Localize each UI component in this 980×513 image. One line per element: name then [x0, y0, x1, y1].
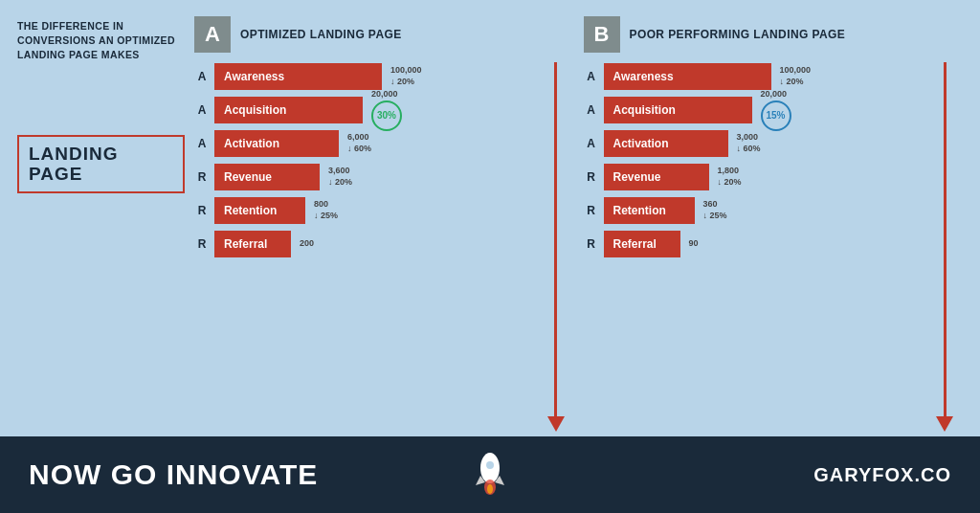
row-stats: 90 — [689, 238, 699, 250]
rocket-icon — [466, 449, 514, 502]
row-bar: Acquisition — [214, 97, 363, 123]
arrow-shaft — [944, 62, 947, 416]
row-bar: Referral — [214, 231, 291, 257]
footer-right-text: GARYFOX.CO — [644, 464, 951, 486]
stat-number: 200 — [300, 238, 314, 250]
row-stats: 3,000 ↓ 60% — [737, 132, 761, 154]
col-a-rows: A Awareness 100,000 ↓ 20% A Acqui — [194, 62, 538, 258]
table-row: R Referral 200 — [194, 230, 538, 258]
row-stats: 20,000 15% — [761, 89, 791, 131]
row-bar: Awareness — [214, 63, 382, 90]
stat-number: 3,600 — [328, 166, 352, 177]
stat-pct: ↓ 60% — [347, 144, 371, 155]
col-a-header: A OPTIMIZED LANDING PAGE — [194, 14, 538, 55]
row-stats: 3,600 ↓ 20% — [328, 166, 352, 188]
stat-number: 360 — [703, 199, 727, 211]
table-row: A Acquisition 20,000 15% — [584, 96, 927, 124]
column-b-section: B POOR PERFORMING LANDING PAGE A Awarene… — [584, 14, 964, 432]
table-row: R Retention 360 ↓ 25% — [584, 196, 927, 225]
table-row: A Awareness 100,000 ↓ 20% — [194, 62, 538, 91]
table-row: R Revenue 3,600 ↓ 20% — [194, 163, 538, 191]
row-bar-label: Activation — [613, 137, 669, 150]
column-a-section: A OPTIMIZED LANDING PAGE A Awareness 100… — [194, 14, 574, 432]
table-row: R Referral 90 — [584, 230, 927, 258]
stat-pct: ↓ 60% — [737, 144, 761, 155]
row-stats: 800 ↓ 25% — [314, 199, 338, 221]
row-letter: R — [194, 237, 210, 251]
row-letter: A — [194, 103, 210, 117]
row-bar-label: Awareness — [224, 70, 284, 83]
col-b-rows: A Awareness 100,000 ↓ 20% A Acqui — [584, 62, 927, 258]
left-panel: THE DIFFERENCE IN CONVERSIONS AN OPTIMIZ… — [17, 14, 185, 432]
col-b-title: POOR PERFORMING LANDING PAGE — [630, 28, 846, 41]
row-letter: A — [584, 137, 599, 150]
row-stats: 360 ↓ 25% — [703, 199, 727, 221]
row-stats: 6,000 ↓ 60% — [347, 132, 371, 154]
stat-number: 6,000 — [347, 132, 371, 144]
stat-number: 20,000 — [761, 89, 791, 100]
row-stats: 20,000 30% — [371, 89, 402, 131]
row-bar: Acquisition — [604, 97, 752, 123]
table-row: R Retention 800 ↓ 25% — [194, 196, 538, 225]
column-a: A OPTIMIZED LANDING PAGE A Awareness 100… — [194, 14, 538, 432]
row-bar-label: Revenue — [224, 170, 272, 184]
svg-point-5 — [487, 484, 493, 494]
row-bar-label: Awareness — [613, 70, 674, 83]
stat-pct: ↓ 20% — [328, 177, 352, 189]
arrow-b — [926, 14, 963, 432]
row-letter: R — [584, 170, 599, 184]
table-row: A Activation 6,000 ↓ 60% — [194, 129, 538, 158]
column-b: B POOR PERFORMING LANDING PAGE A Awarene… — [584, 14, 927, 432]
arrow-shaft — [554, 62, 557, 416]
stat-number: 100,000 — [780, 65, 812, 77]
row-letter: R — [194, 170, 210, 184]
row-bar: Retention — [604, 197, 695, 224]
col-a-letter-box: A — [194, 16, 231, 53]
row-bar-label: Referral — [613, 237, 657, 251]
stat-pct: ↓ 20% — [718, 177, 742, 189]
stat-pct-row: 30% — [371, 100, 402, 131]
footer-left-text: NOW GO INNOVATE — [29, 458, 336, 491]
row-letter: A — [584, 70, 599, 83]
table-row: R Revenue 1,800 ↓ 20% — [584, 163, 927, 191]
row-bar: Activation — [604, 130, 728, 157]
col-a-title: OPTIMIZED LANDING PAGE — [240, 28, 402, 41]
stat-pct: ↓ 20% — [390, 77, 422, 88]
landing-page-label: LANDING PAGE — [29, 145, 173, 185]
row-letter: R — [584, 204, 599, 217]
table-row: A Awareness 100,000 ↓ 20% — [584, 62, 927, 91]
arrow-head — [547, 416, 565, 432]
row-bar-label: Retention — [224, 204, 277, 217]
main-container: THE DIFFERENCE IN CONVERSIONS AN OPTIMIZ… — [0, 0, 980, 513]
row-bar-label: Referral — [224, 237, 267, 251]
row-letter: A — [584, 103, 599, 117]
arrow-head — [936, 416, 953, 432]
col-b-header: B POOR PERFORMING LANDING PAGE — [584, 14, 927, 55]
stat-number: 3,000 — [737, 132, 761, 144]
row-bar-label: Acquisition — [224, 103, 286, 117]
conversion-badge-blue: 15% — [761, 100, 791, 131]
stat-number: 800 — [314, 199, 338, 211]
row-bar: Awareness — [604, 63, 771, 90]
row-bar-label: Acquisition — [613, 103, 676, 117]
stat-pct: ↓ 25% — [314, 211, 338, 222]
row-letter: A — [194, 70, 210, 83]
svg-point-1 — [486, 461, 494, 469]
stat-pct: ↓ 20% — [780, 77, 812, 88]
diff-text: THE DIFFERENCE IN CONVERSIONS AN OPTIMIZ… — [17, 19, 185, 63]
row-stats: 1,800 ↓ 20% — [718, 166, 742, 188]
stat-number: 1,800 — [718, 166, 742, 177]
table-row: A Activation 3,000 ↓ 60% — [584, 129, 927, 158]
row-bar: Revenue — [214, 164, 320, 190]
row-letter: R — [584, 237, 599, 251]
row-letter: A — [194, 137, 210, 150]
row-letter: R — [194, 204, 210, 217]
footer: NOW GO INNOVATE GARYFOX.CO — [0, 436, 980, 513]
row-bar: Activation — [214, 130, 339, 157]
row-bar: Retention — [214, 197, 305, 224]
stat-number: 20,000 — [371, 89, 402, 100]
row-stats: 100,000 ↓ 20% — [780, 65, 812, 87]
arrow-a — [538, 14, 574, 432]
table-row: A Acquisition 20,000 30% — [194, 96, 538, 124]
stat-pct-row: 15% — [761, 100, 791, 131]
